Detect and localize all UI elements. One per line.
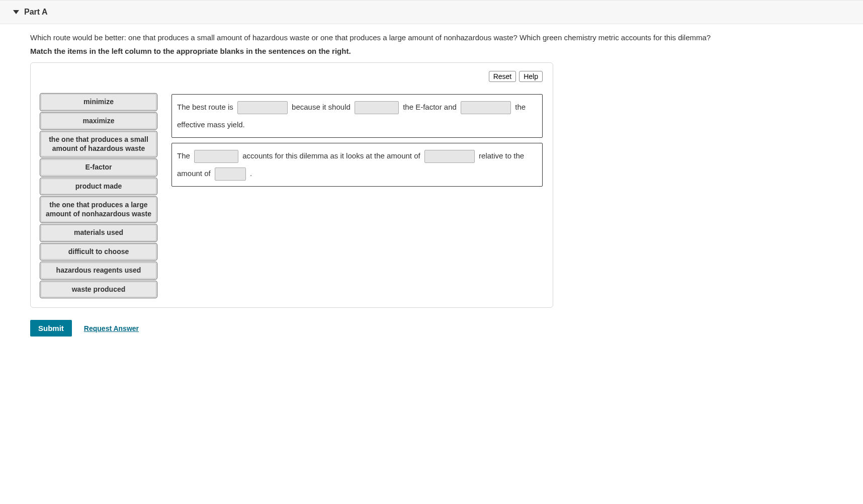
submit-button[interactable]: Submit [30,320,72,337]
blank-s2-3[interactable] [215,167,246,181]
blank-s1-2[interactable] [355,101,399,114]
chip-hazardous-reagents[interactable]: hazardous reagents used [41,263,156,279]
caret-down-icon [13,10,19,14]
question-text: Which route would be better: one that pr… [30,33,853,42]
part-header[interactable]: Part A [0,0,863,24]
sentence-2-text-4: . [250,169,252,178]
sentence-1-text-2: the E-factor and [403,103,457,111]
chip-difficult-to-choose[interactable]: difficult to choose [41,244,156,260]
sentence-column: The best route is because it should the … [171,94,543,187]
sentence-2: The accounts for this dilemma as it look… [171,143,543,187]
chip-minimize[interactable]: minimize [41,94,156,110]
draggable-column: minimize maximize the one that produces … [41,94,156,297]
sentence-1-text-1: because it should [292,103,351,111]
chip-maximize[interactable]: maximize [41,113,156,129]
sentence-2-text-2: relative to [479,151,511,160]
part-title: Part A [24,8,48,17]
blank-s1-3[interactable] [461,101,511,114]
help-button[interactable]: Help [519,71,543,82]
instruction-text: Match the items in the left column to th… [30,47,853,55]
reset-button[interactable]: Reset [489,71,516,82]
request-answer-link[interactable]: Request Answer [84,324,139,332]
chip-large-nonhazardous[interactable]: the one that produces a large amount of … [41,197,156,222]
sentence-2-text-1: accounts for this dilemma as it looks at… [242,151,420,160]
sentence-1: The best route is because it should the … [171,94,543,138]
sentence-2-text-0: The [177,151,190,160]
activity-panel: Reset Help minimize maximize the one tha… [30,62,553,308]
chip-small-hazardous[interactable]: the one that produces a small amount of … [41,132,156,156]
blank-s2-1[interactable] [194,150,238,163]
chip-waste-produced[interactable]: waste produced [41,282,156,298]
chip-e-factor[interactable]: E-factor [41,159,156,176]
sentence-1-text-0: The best route is [177,103,233,111]
chip-materials-used[interactable]: materials used [41,225,156,241]
chip-product-made[interactable]: product made [41,179,156,195]
blank-s2-2[interactable] [424,150,475,163]
blank-s1-1[interactable] [237,101,288,114]
